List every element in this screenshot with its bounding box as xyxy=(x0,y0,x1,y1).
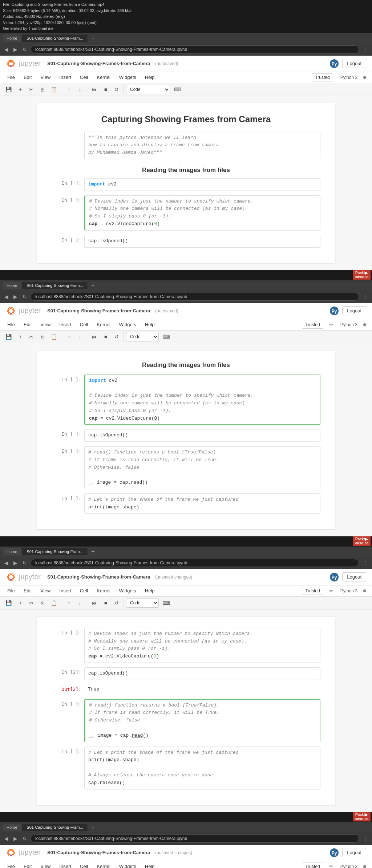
menu-widgets-4[interactable]: Widgets xyxy=(118,863,138,868)
paste-btn-2[interactable]: 📋 xyxy=(48,332,60,341)
menu-kernel-4[interactable]: Kernel xyxy=(95,863,112,868)
keyboard-btn-3[interactable]: ⌨ xyxy=(160,598,173,608)
home-tab-4[interactable]: Home xyxy=(3,824,21,831)
refresh-btn-3[interactable]: ↻ xyxy=(21,559,28,567)
restart-btn-3[interactable]: ↺ xyxy=(112,598,121,608)
menu-file-4[interactable]: File xyxy=(6,863,16,868)
cell-type-select-3[interactable]: Code Markdown xyxy=(126,598,159,608)
menu-cell-2[interactable]: Cell xyxy=(78,321,89,328)
move-down-btn-3[interactable]: ↓ xyxy=(75,598,85,608)
extensions-btn-1[interactable]: ⋮ xyxy=(361,46,369,53)
refresh-btn-2[interactable]: ↻ xyxy=(21,293,28,300)
notebook-tab-3[interactable]: S01-Capturing-Showing-Fram... ✕ xyxy=(22,548,88,555)
menu-view-3[interactable]: View xyxy=(39,587,52,594)
copy-btn-2[interactable]: ⎘ xyxy=(37,332,47,341)
cell-content-isopened-3[interactable]: cap.isOpened() xyxy=(84,667,320,680)
menu-insert-4[interactable]: Insert xyxy=(58,863,73,868)
address-bar-4[interactable]: localhost:8888/notebooks/S01-Capturing-S… xyxy=(31,835,359,843)
run-prev-btn-3[interactable]: ⏮ xyxy=(89,598,100,608)
cell-content-import-cap-2[interactable]: import cv2 # Device index is just the nu… xyxy=(84,375,320,425)
tab-close-1[interactable]: ✕ xyxy=(87,36,88,40)
cell-content-shape-2[interactable]: # Let's print the shape of the frame we … xyxy=(84,493,320,514)
menu-view-2[interactable]: View xyxy=(39,321,52,328)
menu-edit-4[interactable]: Edit xyxy=(22,863,33,868)
cell-content-import-1[interactable]: import cv2 xyxy=(84,178,320,191)
back-btn-3[interactable]: ◀ xyxy=(3,559,10,567)
docstring-content-1[interactable]: """In this python notebook we'll learn h… xyxy=(84,132,320,159)
run-prev-btn-2[interactable]: ⏮ xyxy=(89,332,100,341)
address-bar-1[interactable]: localhost:8888/notebooks/S01-Capturing-S… xyxy=(31,45,359,53)
move-down-btn-1[interactable]: ↓ xyxy=(75,85,85,94)
menu-view-4[interactable]: View xyxy=(39,863,52,868)
cell-content-ctx-3[interactable]: # Device index is just the number to spe… xyxy=(84,628,320,663)
cut-btn-2[interactable]: ✂ xyxy=(27,332,36,341)
menu-widgets-2[interactable]: Widgets xyxy=(118,321,138,328)
notebook-tab-2[interactable]: S01-Capturing-Showing-Fram... ✕ xyxy=(22,282,88,289)
forward-btn-3[interactable]: ▶ xyxy=(12,559,19,567)
address-bar-3[interactable]: localhost:8888/notebooks/S01-Capturing-S… xyxy=(31,559,359,567)
tab-close-2[interactable]: ✕ xyxy=(87,283,88,287)
home-tab-2[interactable]: Home xyxy=(3,282,21,289)
menu-insert-1[interactable]: Insert xyxy=(58,74,73,81)
keyboard-btn-2[interactable]: ⌨ xyxy=(160,332,173,341)
restart-btn-1[interactable]: ↺ xyxy=(112,85,121,94)
menu-edit-3[interactable]: Edit xyxy=(22,587,33,594)
menu-help-2[interactable]: Help xyxy=(143,321,156,328)
cell-content-read-2[interactable]: # read() function returns a bool (True/F… xyxy=(84,446,320,489)
move-up-btn-1[interactable]: ↑ xyxy=(64,85,74,94)
cell-type-select-2[interactable]: Code Markdown xyxy=(126,332,159,341)
new-tab-btn-2[interactable]: + xyxy=(89,281,97,289)
stop-btn-3[interactable]: ■ xyxy=(101,598,110,608)
cell-content-shape-3[interactable]: # Let's print the shape of the frame we … xyxy=(84,747,320,789)
move-up-btn-3[interactable]: ↑ xyxy=(64,598,74,608)
refresh-btn-1[interactable]: ↻ xyxy=(21,46,28,53)
trusted-badge-2[interactable]: Trusted xyxy=(302,321,323,329)
refresh-btn-4[interactable]: ↻ xyxy=(21,835,28,842)
menu-widgets-3[interactable]: Widgets xyxy=(118,587,138,594)
cell-content-read-3[interactable]: # read() function returns a bool (True/F… xyxy=(84,699,320,742)
menu-file-3[interactable]: File xyxy=(6,587,16,594)
restart-btn-2[interactable]: ↺ xyxy=(112,332,121,341)
menu-edit-2[interactable]: Edit xyxy=(22,321,33,328)
menu-edit-1[interactable]: Edit xyxy=(22,74,33,81)
menu-help-1[interactable]: Help xyxy=(143,74,156,81)
menu-file-1[interactable]: File xyxy=(6,74,16,81)
cell-type-select-1[interactable]: Code Markdown Raw NBConvert xyxy=(126,85,170,94)
trusted-badge-1[interactable]: Trusted xyxy=(312,73,333,81)
copy-btn-1[interactable]: ⎘ xyxy=(37,85,47,94)
menu-cell-1[interactable]: Cell xyxy=(78,74,89,81)
menu-kernel-1[interactable]: Kernel xyxy=(95,74,112,81)
menu-kernel-3[interactable]: Kernel xyxy=(95,587,112,594)
new-tab-btn-3[interactable]: + xyxy=(89,548,97,556)
menu-insert-2[interactable]: Insert xyxy=(58,321,73,328)
menu-cell-4[interactable]: Cell xyxy=(78,863,89,868)
copy-btn-3[interactable]: ⎘ xyxy=(37,598,47,608)
back-btn-1[interactable]: ◀ xyxy=(3,46,10,53)
cell-content-isopened-1[interactable]: cap.isOpened() xyxy=(84,235,320,248)
menu-help-3[interactable]: Help xyxy=(143,587,156,594)
notebook-tab-4[interactable]: S01-Capturing-Showing-Fram... ✕ xyxy=(22,824,88,831)
forward-btn-1[interactable]: ▶ xyxy=(12,46,19,53)
add-cell-btn-3[interactable]: + xyxy=(16,598,25,608)
notebook-tab-1[interactable]: S01-Capturing-Showing-Fram... ✕ xyxy=(22,35,88,42)
tab-close-3[interactable]: ✕ xyxy=(87,549,88,553)
address-bar-2[interactable]: localhost:8888/notebooks/S01-Capturing-S… xyxy=(31,293,359,301)
stop-btn-2[interactable]: ■ xyxy=(101,332,110,341)
menu-widgets-1[interactable]: Widgets xyxy=(118,74,138,81)
forward-btn-2[interactable]: ▶ xyxy=(12,293,19,300)
cell-content-isopened-2[interactable]: cap.isOpened() xyxy=(84,429,320,442)
menu-help-4[interactable]: Help xyxy=(143,863,156,868)
menu-kernel-2[interactable]: Kernel xyxy=(95,321,112,328)
keyboard-btn-1[interactable]: ⌨ xyxy=(171,85,184,94)
home-tab-3[interactable]: Home xyxy=(3,548,21,555)
back-btn-2[interactable]: ◀ xyxy=(3,293,10,300)
new-tab-btn-4[interactable]: + xyxy=(89,823,97,831)
menu-view-1[interactable]: View xyxy=(39,74,52,81)
forward-btn-4[interactable]: ▶ xyxy=(12,835,19,842)
ext-btn-4[interactable]: ⋮ xyxy=(361,835,369,842)
add-cell-btn-1[interactable]: + xyxy=(16,85,25,94)
menu-cell-3[interactable]: Cell xyxy=(78,587,89,594)
logout-btn-2[interactable]: Logout xyxy=(342,306,366,315)
move-down-btn-2[interactable]: ↓ xyxy=(75,332,85,341)
cell-content-capture-1[interactable]: # Device index is just the number to spe… xyxy=(84,195,320,231)
